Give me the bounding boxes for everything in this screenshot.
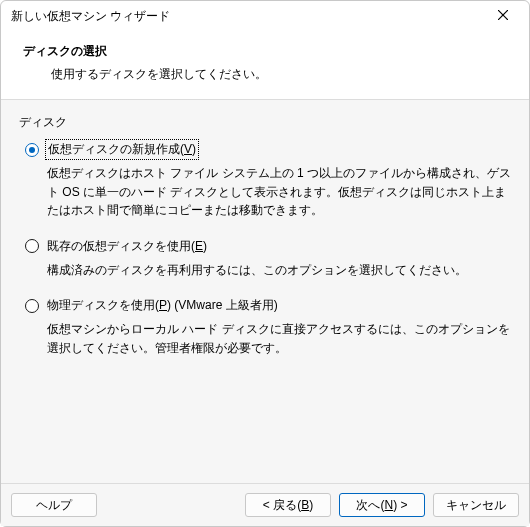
content-area: ディスク 仮想ディスクの新規作成(V) 仮想ディスクはホスト ファイル システム… [1, 100, 529, 483]
option-description: 構成済みのディスクを再利用するには、このオプションを選択してください。 [47, 261, 513, 280]
option-row: 仮想ディスクの新規作成(V) [25, 141, 513, 158]
next-button[interactable]: 次へ(N) > [339, 493, 425, 517]
back-button[interactable]: < 戻る(B) [245, 493, 331, 517]
radio-use-existing-disk[interactable] [25, 239, 39, 253]
page-header: ディスクの選択 使用するディスクを選択してください。 [1, 31, 529, 100]
option-use-existing-disk[interactable]: 既存の仮想ディスクを使用(E) 構成済みのディスクを再利用するには、このオプショ… [25, 238, 513, 280]
titlebar: 新しい仮想マシン ウィザード [1, 1, 529, 31]
close-button[interactable] [481, 2, 525, 30]
window-title: 新しい仮想マシン ウィザード [11, 8, 481, 25]
option-label: 仮想ディスクの新規作成(V) [47, 141, 197, 158]
group-label-disk: ディスク [19, 114, 513, 131]
wizard-window: 新しい仮想マシン ウィザード ディスクの選択 使用するディスクを選択してください… [0, 0, 530, 527]
cancel-button[interactable]: キャンセル [433, 493, 519, 517]
footer: ヘルプ < 戻る(B) 次へ(N) > キャンセル [1, 483, 529, 526]
option-use-physical-disk[interactable]: 物理ディスクを使用(P) (VMware 上級者用) 仮想マシンからローカル ハ… [25, 297, 513, 357]
option-row: 既存の仮想ディスクを使用(E) [25, 238, 513, 255]
page-title: ディスクの選択 [23, 43, 513, 60]
radio-use-physical-disk[interactable] [25, 299, 39, 313]
option-description: 仮想ディスクはホスト ファイル システム上の 1 つ以上のファイルから構成され、… [47, 164, 513, 220]
close-icon [498, 9, 508, 23]
radio-create-new-disk[interactable] [25, 143, 39, 157]
option-row: 物理ディスクを使用(P) (VMware 上級者用) [25, 297, 513, 314]
help-button[interactable]: ヘルプ [11, 493, 97, 517]
option-label: 物理ディスクを使用(P) (VMware 上級者用) [47, 297, 278, 314]
option-create-new-disk[interactable]: 仮想ディスクの新規作成(V) 仮想ディスクはホスト ファイル システム上の 1 … [25, 141, 513, 220]
option-label: 既存の仮想ディスクを使用(E) [47, 238, 207, 255]
option-description: 仮想マシンからローカル ハード ディスクに直接アクセスするには、このオプションを… [47, 320, 513, 357]
page-subtitle: 使用するディスクを選択してください。 [51, 66, 513, 83]
